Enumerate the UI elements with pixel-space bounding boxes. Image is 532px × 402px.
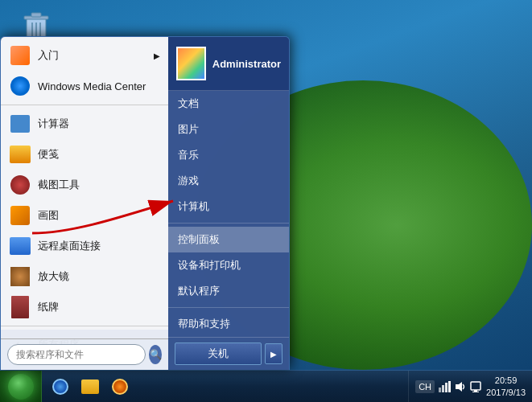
search-area: 🔍	[1, 338, 168, 370]
right-menu-help[interactable]: 帮助和支持	[168, 311, 289, 337]
right-menu-games[interactable]: 游戏	[168, 168, 289, 194]
start-menu-right-panel: Administrator 文档 图片 音乐 游戏 计算机 控制面板	[168, 37, 289, 370]
menu-item-fangda[interactable]: 放大镜	[1, 261, 168, 292]
menu-item-calc[interactable]: 计算器	[1, 109, 168, 139]
taskbar-folder-icon[interactable]	[75, 373, 105, 400]
internet-explorer-icon	[52, 379, 68, 395]
menu-icon-zupai	[9, 296, 31, 318]
menu-icon-huatu	[9, 204, 31, 227]
system-clock[interactable]: 20:59 2017/9/13	[486, 375, 526, 398]
menu-item-yuancheng[interactable]: 远程桌面连接	[1, 231, 168, 261]
search-input[interactable]	[7, 344, 146, 365]
menu-icon-calc	[9, 113, 31, 135]
svg-rect-8	[439, 388, 441, 392]
clock-time: 20:59	[486, 375, 526, 386]
menu-separator-1	[1, 105, 168, 105]
right-menu-control-panel[interactable]: 控制面板	[168, 227, 289, 252]
menu-separator-2	[1, 326, 168, 326]
taskbar: CH	[0, 370, 532, 402]
file-explorer-icon	[81, 379, 99, 394]
menu-icon-riji	[9, 44, 31, 67]
menu-icon-yuancheng	[9, 235, 31, 257]
menu-item-jietu[interactable]: 截图工具	[1, 170, 168, 200]
menu-icon-bianlan	[9, 143, 31, 166]
start-button[interactable]	[0, 371, 42, 403]
right-separator-1	[168, 223, 289, 224]
taskbar-ie-icon[interactable]	[46, 373, 75, 400]
language-badge[interactable]: CH	[415, 380, 435, 393]
shutdown-button[interactable]: 关机	[175, 343, 262, 365]
svg-rect-11	[448, 381, 451, 392]
avatar-image	[178, 48, 204, 79]
menu-icon-wmc	[9, 75, 31, 97]
start-menu: 入门 ▶ Windows Media Center 计算器	[0, 36, 290, 370]
action-center-icon	[470, 381, 481, 392]
clock-date: 2017/9/13	[486, 387, 526, 398]
svg-rect-9	[442, 385, 444, 392]
windows-media-player-icon	[112, 379, 128, 395]
right-menu-defaults[interactable]: 默认程序	[168, 278, 289, 304]
shutdown-area: 关机 ▶	[168, 337, 289, 370]
menu-item-wmc[interactable]: Windows Media Center	[1, 71, 168, 101]
menu-item-bianlan[interactable]: 便笺	[1, 139, 168, 170]
right-menu-devices[interactable]: 设备和打印机	[168, 252, 289, 278]
svg-rect-14	[474, 390, 477, 392]
svg-rect-15	[472, 392, 479, 392]
svg-marker-12	[456, 382, 462, 392]
right-separator-2	[168, 307, 289, 308]
right-menu-music[interactable]: 音乐	[168, 142, 289, 168]
network-icon	[438, 380, 451, 393]
user-name-label: Administrator	[212, 58, 281, 70]
volume-icon	[454, 380, 467, 393]
menu-item-zupai[interactable]: 纸牌	[1, 292, 168, 322]
menu-item-huatu[interactable]: 画图	[1, 200, 168, 231]
search-button[interactable]: 🔍	[149, 345, 162, 364]
submenu-arrow: ▶	[154, 51, 160, 60]
menu-icon-fangda	[9, 265, 31, 288]
svg-rect-2	[31, 13, 41, 17]
user-avatar	[176, 47, 206, 80]
right-menu-pictures[interactable]: 图片	[168, 117, 289, 142]
menu-item-riji[interactable]: 入门 ▶	[1, 40, 168, 71]
menu-icon-jietu	[9, 174, 31, 196]
svg-rect-13	[471, 382, 480, 390]
shutdown-options-button[interactable]: ▶	[265, 343, 282, 364]
start-menu-left-panel: 入门 ▶ Windows Media Center 计算器	[1, 37, 168, 370]
right-menu-documents[interactable]: 文档	[168, 91, 289, 117]
user-header: Administrator	[168, 37, 289, 91]
svg-rect-10	[445, 383, 447, 392]
right-menu-computer[interactable]: 计算机	[168, 194, 289, 219]
tray-icons: CH	[415, 380, 481, 393]
taskbar-wmp-icon[interactable]	[105, 373, 134, 400]
system-tray: CH	[408, 371, 532, 402]
desktop: 回收站 入门 ▶ Windows Media Center	[0, 0, 532, 402]
taskbar-middle	[42, 371, 408, 402]
start-orb-icon	[8, 374, 34, 400]
